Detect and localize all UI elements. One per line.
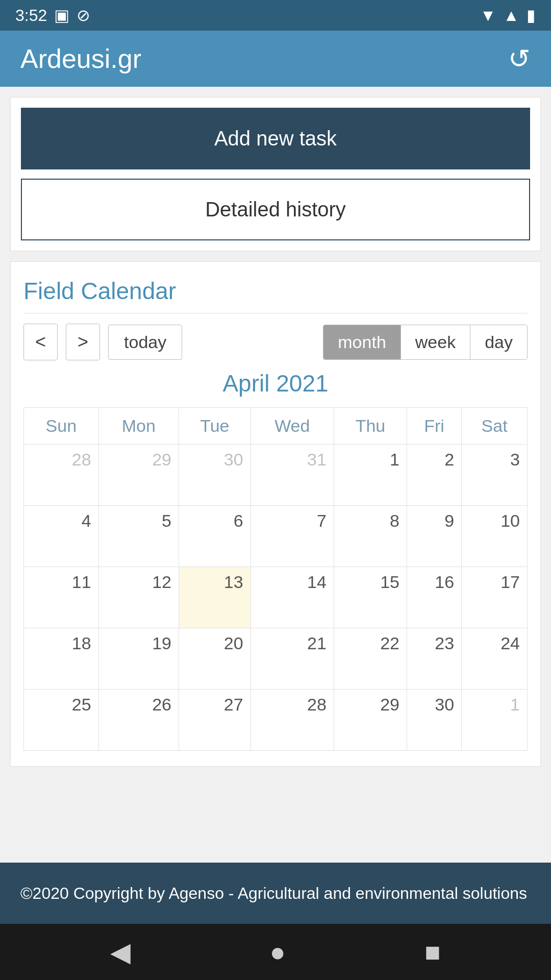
table-row[interactable]: 25 (24, 690, 99, 751)
weekday-mon: Mon (98, 408, 179, 445)
table-row[interactable]: 30 (179, 445, 251, 506)
calendar-week-row: 28293031123 (24, 445, 528, 506)
status-bar: 3:52 ▣ ⊘ ▼ ▲ ▮ (0, 0, 551, 31)
table-row[interactable]: 11 (24, 567, 99, 628)
calendar-section: Field Calendar < > today month week day … (10, 261, 541, 767)
calendar-controls: < > today month week day (23, 324, 528, 360)
add-task-button[interactable]: Add new task (21, 108, 530, 169)
calendar-week-row: 11121314151617 (24, 567, 528, 628)
table-row[interactable]: 24 (462, 628, 528, 690)
calendar-month-label: April 2021 (23, 370, 528, 397)
table-row[interactable]: 21 (251, 628, 334, 690)
table-row[interactable]: 16 (407, 567, 461, 628)
table-row[interactable]: 26 (98, 690, 179, 751)
app-title: Ardeusi.gr (20, 43, 141, 74)
table-row[interactable]: 9 (407, 506, 461, 567)
copyright-text: ©2020 Copyright by Agenso - Agricultural… (20, 884, 527, 902)
calendar-week-row: 2526272829301 (24, 690, 528, 751)
table-row[interactable]: 28 (24, 445, 99, 506)
today-button[interactable]: today (108, 325, 182, 360)
table-row[interactable]: 28 (251, 690, 334, 751)
table-row[interactable]: 12 (98, 567, 179, 628)
weekday-fri: Fri (407, 408, 461, 445)
table-row[interactable]: 31 (251, 445, 334, 506)
back-nav-icon[interactable]: ◀ (110, 937, 131, 967)
signal-icon: ▲ (503, 6, 519, 25)
weekday-thu: Thu (334, 408, 407, 445)
time-display: 3:52 (15, 6, 47, 25)
table-row[interactable]: 1 (334, 445, 407, 506)
table-row[interactable]: 23 (407, 628, 461, 690)
detailed-history-button[interactable]: Detailed history (21, 179, 530, 240)
buttons-area: Add new task Detailed history (10, 97, 541, 251)
day-view-button[interactable]: day (470, 325, 527, 359)
table-row[interactable]: 29 (98, 445, 179, 506)
table-row[interactable]: 2 (407, 445, 461, 506)
table-row[interactable]: 27 (179, 690, 251, 751)
calendar-grid: Sun Mon Tue Wed Thu Fri Sat 282930311234… (23, 407, 528, 751)
week-view-button[interactable]: week (401, 325, 470, 359)
calendar-week-row: 18192021222324 (24, 628, 528, 690)
table-row[interactable]: 13 (179, 567, 251, 628)
table-row[interactable]: 29 (334, 690, 407, 751)
calendar-title: Field Calendar (23, 277, 528, 313)
month-view-button[interactable]: month (323, 325, 401, 359)
table-row[interactable]: 15 (334, 567, 407, 628)
table-row[interactable]: 18 (24, 628, 99, 690)
main-content: Add new task Detailed history Field Cale… (0, 87, 551, 863)
nav-bar: ◀ ● ■ (0, 924, 551, 980)
table-row[interactable]: 4 (24, 506, 99, 567)
home-nav-icon[interactable]: ● (270, 937, 286, 967)
calendar-header-row: Sun Mon Tue Wed Thu Fri Sat (24, 408, 528, 445)
table-row[interactable]: 20 (179, 628, 251, 690)
table-row[interactable]: 19 (98, 628, 179, 690)
table-row[interactable]: 1 (462, 690, 528, 751)
refresh-icon[interactable]: ↺ (508, 43, 531, 74)
table-row[interactable]: 7 (251, 506, 334, 567)
footer: ©2020 Copyright by Agenso - Agricultural… (0, 863, 551, 924)
weekday-wed: Wed (251, 408, 334, 445)
table-row[interactable]: 8 (334, 506, 407, 567)
app-header: Ardeusi.gr ↺ (0, 31, 551, 87)
calendar-week-row: 45678910 (24, 506, 528, 567)
table-row[interactable]: 14 (251, 567, 334, 628)
table-row[interactable]: 22 (334, 628, 407, 690)
table-row[interactable]: 10 (462, 506, 528, 567)
recents-nav-icon[interactable]: ■ (424, 937, 440, 967)
status-bar-left: 3:52 ▣ ⊘ (15, 6, 90, 25)
table-row[interactable]: 17 (462, 567, 528, 628)
battery-icon: ▮ (527, 6, 536, 25)
prev-month-button[interactable]: < (23, 324, 58, 360)
table-row[interactable]: 6 (179, 506, 251, 567)
status-bar-right: ▼ ▲ ▮ (480, 6, 536, 25)
weekday-sun: Sun (24, 408, 99, 445)
wifi-icon: ▼ (480, 6, 496, 25)
view-toggle: month week day (323, 325, 528, 360)
sim-icon: ▣ (54, 6, 69, 25)
weekday-sat: Sat (462, 408, 528, 445)
table-row[interactable]: 3 (462, 445, 528, 506)
table-row[interactable]: 5 (98, 506, 179, 567)
weekday-tue: Tue (179, 408, 251, 445)
blocked-icon: ⊘ (77, 6, 90, 25)
table-row[interactable]: 30 (407, 690, 461, 751)
next-month-button[interactable]: > (66, 324, 100, 360)
